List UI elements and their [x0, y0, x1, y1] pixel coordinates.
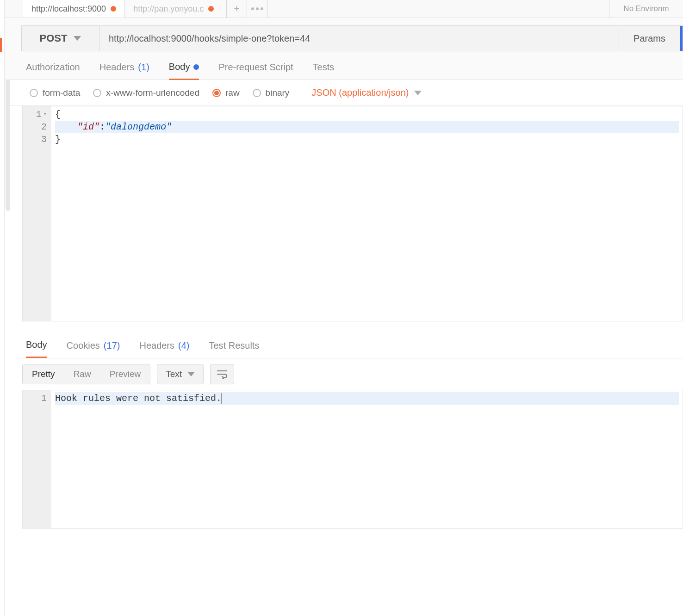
gutter-line: 1 — [23, 392, 47, 405]
response-body-editor[interactable]: 1 Hook rules were not satisfied. — [22, 390, 683, 529]
modified-dot-icon — [193, 64, 199, 70]
tab-headers[interactable]: Headers (1) — [99, 62, 149, 80]
content-type-selector[interactable]: JSON (application/json) — [311, 87, 422, 98]
radio-urlencoded[interactable]: x-www-form-urlencoded — [93, 88, 199, 98]
tab-tests[interactable]: Tests — [313, 62, 335, 80]
code-line[interactable]: { — [55, 108, 679, 121]
code-line[interactable]: } — [55, 133, 679, 146]
radio-form-data[interactable]: form-data — [30, 88, 80, 98]
send-button-edge[interactable] — [680, 26, 683, 51]
view-pretty[interactable]: Pretty — [23, 364, 64, 384]
request-body-editor[interactable]: 1▾23 { "id":"dalongdemo"} — [22, 106, 683, 321]
view-preview[interactable]: Preview — [100, 364, 150, 384]
line-gutter: 1▾23 — [23, 106, 51, 321]
resp-tab-test-results[interactable]: Test Results — [209, 339, 260, 358]
response-panel: Body Cookies (17) Headers (4) Test Resul… — [5, 330, 683, 529]
left-panel-edge — [0, 0, 5, 616]
response-toolbar: Pretty Raw Preview Text — [5, 358, 683, 390]
tab-body[interactable]: Body — [169, 62, 199, 80]
plus-icon: + — [234, 3, 240, 15]
response-view-mode: Pretty Raw Preview — [22, 364, 150, 384]
tab-overflow-button[interactable] — [247, 0, 267, 18]
tab-prerequest[interactable]: Pre-request Script — [218, 62, 293, 80]
url-input[interactable]: http://localhost:9000/hooks/simple-one?t… — [99, 26, 619, 51]
fold-icon[interactable]: ▾ — [43, 108, 47, 121]
ellipsis-icon — [251, 7, 263, 10]
code-line[interactable]: "id":"dalongdemo" — [55, 121, 679, 133]
params-button[interactable]: Params — [619, 26, 680, 51]
radio-icon — [30, 89, 38, 97]
tab-title: http://pan.yonyou.c — [133, 4, 204, 14]
view-raw[interactable]: Raw — [64, 364, 100, 384]
url-text: http://localhost:9000/hooks/simple-one?t… — [109, 33, 310, 44]
chevron-down-icon — [414, 91, 422, 95]
radio-icon — [212, 89, 221, 97]
active-indicator — [0, 38, 2, 52]
request-section-tabs: Authorization Headers (1) Body Pre-reque… — [5, 51, 683, 80]
code-line: Hook rules were not satisfied. — [55, 392, 679, 405]
radio-icon — [253, 89, 261, 97]
resp-tab-body[interactable]: Body — [26, 339, 47, 358]
chevron-down-icon — [74, 36, 81, 41]
radio-raw[interactable]: raw — [212, 88, 240, 98]
request-tab-0[interactable]: http://localhost:9000 — [23, 0, 125, 18]
http-method-selector[interactable]: POST — [22, 26, 99, 51]
body-type-selector: form-data x-www-form-urlencoded raw bina… — [5, 80, 683, 106]
radio-binary[interactable]: binary — [253, 88, 290, 98]
resp-tab-headers[interactable]: Headers (4) — [139, 339, 189, 358]
request-tab-1[interactable]: http://pan.yonyou.c — [125, 0, 227, 18]
radio-icon — [93, 89, 101, 97]
environment-selector[interactable]: No Environm — [609, 0, 683, 18]
gutter-line: 3 — [23, 133, 47, 146]
tab-authorization[interactable]: Authorization — [26, 62, 80, 80]
resp-tab-cookies[interactable]: Cookies (17) — [67, 339, 120, 358]
tab-title: http://localhost:9000 — [31, 4, 106, 14]
code-area: Hook rules were not satisfied. — [51, 390, 683, 528]
http-method-label: POST — [40, 32, 68, 44]
request-bar: POST http://localhost:9000/hooks/simple-… — [21, 25, 683, 51]
wrap-icon — [217, 370, 228, 379]
response-language-selector[interactable]: Text — [157, 364, 204, 384]
unsaved-dot-icon — [111, 6, 116, 12]
response-section-tabs: Body Cookies (17) Headers (4) Test Resul… — [5, 330, 683, 358]
code-area[interactable]: { "id":"dalongdemo"} — [51, 106, 683, 321]
gutter-line: 2 — [23, 121, 47, 133]
request-tab-strip: http://localhost:9000 http://pan.yonyou.… — [5, 0, 683, 18]
unsaved-dot-icon — [208, 6, 214, 12]
add-tab-button[interactable]: + — [227, 0, 247, 18]
line-gutter: 1 — [23, 390, 51, 528]
chevron-down-icon — [187, 372, 195, 376]
gutter-line: 1▾ — [23, 108, 47, 121]
wrap-lines-button[interactable] — [210, 364, 234, 384]
